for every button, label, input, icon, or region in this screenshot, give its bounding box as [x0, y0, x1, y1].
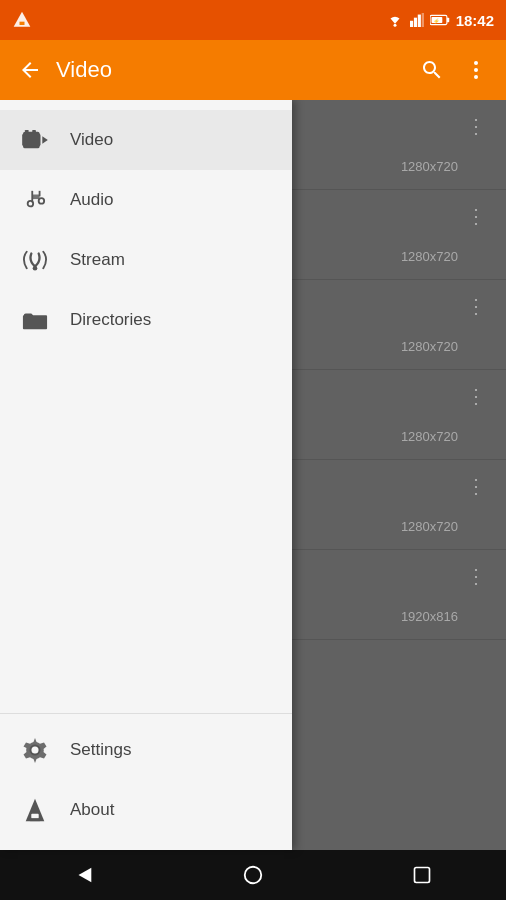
list-item-resolution: 1280x720 [401, 159, 458, 174]
sidebar-item-directories-label: Directories [70, 310, 151, 330]
audio-icon [20, 185, 50, 215]
svg-point-19 [28, 201, 34, 207]
status-bar-right: ⚡ 18:42 [386, 12, 494, 29]
svg-marker-18 [42, 136, 48, 143]
svg-text:⚡: ⚡ [433, 18, 440, 25]
list-item-more-button[interactable]: ⋮ [458, 114, 494, 138]
stream-icon [20, 245, 50, 275]
nav-back-button[interactable] [54, 855, 114, 895]
sidebar-item-settings[interactable]: Settings [0, 720, 292, 780]
search-button[interactable] [410, 48, 454, 92]
sidebar-item-about-label: About [70, 800, 114, 820]
list-item-more-button[interactable]: ⋮ [458, 384, 494, 408]
sidebar-item-stream-label: Stream [70, 250, 125, 270]
svg-marker-5 [417, 15, 420, 27]
drawer-nav: Video Audio [0, 100, 292, 707]
about-icon [20, 795, 50, 825]
svg-rect-17 [22, 134, 40, 147]
drawer-bottom: Settings About [0, 720, 292, 850]
svg-rect-24 [31, 814, 38, 819]
status-time: 18:42 [456, 12, 494, 29]
svg-point-22 [32, 747, 39, 754]
sidebar-item-directories[interactable]: Directories [0, 290, 292, 350]
vlc-icon [12, 10, 32, 30]
sidebar-item-video[interactable]: Video [0, 110, 292, 170]
sidebar-item-stream[interactable]: Stream [0, 230, 292, 290]
list-item-more-button[interactable]: ⋮ [458, 294, 494, 318]
nav-recent-button[interactable] [392, 855, 452, 895]
svg-point-13 [474, 75, 478, 79]
toolbar-title: Video [56, 57, 410, 83]
list-item-resolution: 1280x720 [401, 429, 458, 444]
back-button[interactable] [8, 48, 52, 92]
list-item-resolution: 1280x720 [401, 519, 458, 534]
svg-rect-28 [414, 868, 429, 883]
svg-point-12 [474, 68, 478, 72]
svg-point-21 [33, 266, 38, 271]
list-item-more-button[interactable]: ⋮ [458, 564, 494, 588]
svg-rect-25 [29, 818, 40, 821]
list-item-resolution: 1280x720 [401, 249, 458, 264]
svg-marker-4 [414, 18, 417, 27]
toolbar: Video [0, 40, 506, 100]
svg-rect-15 [25, 130, 29, 134]
battery-icon: ⚡ [430, 13, 450, 27]
signal-icon [410, 13, 424, 27]
svg-rect-16 [32, 130, 36, 134]
svg-rect-1 [20, 22, 25, 25]
video-icon [20, 125, 50, 155]
svg-marker-6 [421, 13, 423, 27]
sidebar-item-audio[interactable]: Audio [0, 170, 292, 230]
svg-point-2 [393, 24, 396, 27]
wifi-icon [386, 13, 404, 27]
list-item-more-button[interactable]: ⋮ [458, 204, 494, 228]
list-item-resolution: 1280x720 [401, 339, 458, 354]
status-bar: ⚡ 18:42 [0, 0, 506, 40]
svg-point-20 [39, 198, 44, 204]
svg-point-27 [245, 867, 262, 884]
sidebar-item-settings-label: Settings [70, 740, 131, 760]
sidebar-item-about[interactable]: About [0, 780, 292, 840]
settings-icon [20, 735, 50, 765]
list-item-more-button[interactable]: ⋮ [458, 474, 494, 498]
list-item-resolution: 1920x816 [401, 609, 458, 624]
svg-point-11 [474, 61, 478, 65]
drawer-divider [0, 713, 292, 714]
svg-rect-8 [447, 18, 449, 23]
status-bar-left [12, 10, 32, 30]
bottom-nav [0, 850, 506, 900]
more-button[interactable] [454, 48, 498, 92]
sidebar-item-audio-label: Audio [70, 190, 113, 210]
navigation-drawer: Video Audio [0, 100, 292, 850]
sidebar-item-video-label: Video [70, 130, 113, 150]
svg-marker-3 [410, 21, 413, 27]
nav-home-button[interactable] [223, 855, 283, 895]
svg-marker-26 [79, 868, 92, 883]
main-area: ERS 1280x720 ⋮ a 1280x720 ⋮ Bunny 1280x7… [0, 100, 506, 850]
folder-icon [20, 305, 50, 335]
